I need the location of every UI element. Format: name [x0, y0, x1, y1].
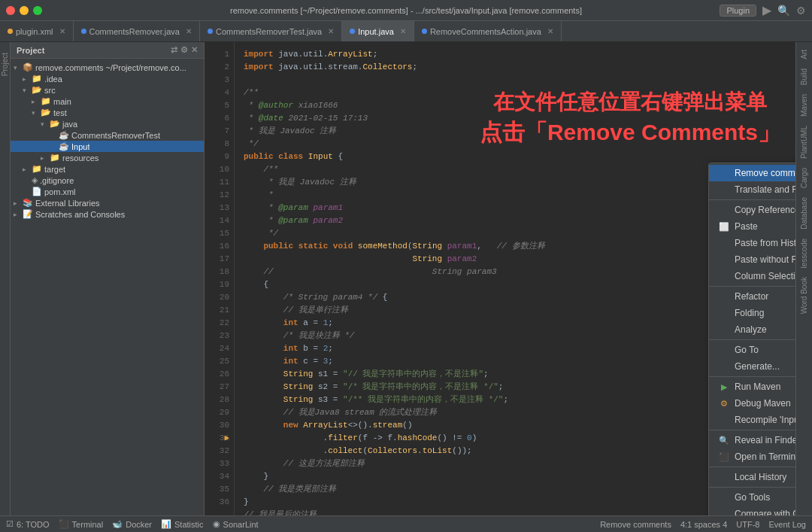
menu-item-analyze[interactable]: Analyze ▶	[709, 321, 795, 338]
sidebar-label-project[interactable]: Project	[0, 48, 10, 81]
tab-comments-remover[interactable]: CommentsRemover.java ✕	[74, 21, 200, 42]
menu-item-compare-clipboard[interactable]: Compare with Clipboard	[709, 506, 795, 515]
code-line-9: public class Input {	[244, 150, 786, 163]
tab-close-comments-remover[interactable]: ✕	[186, 27, 192, 35]
menu-item-column-mode[interactable]: Column Selection Mode ⇧⌘8	[709, 268, 795, 284]
settings-icon[interactable]: ⚙	[796, 5, 806, 17]
menu-item-paste-history-left: Paste from History...	[718, 238, 795, 248]
close-panel-icon[interactable]: ✕	[191, 45, 198, 55]
tree-item-input[interactable]: ☕ Input	[11, 141, 204, 152]
code-line-4: /**	[244, 87, 786, 99]
menu-divider-1	[709, 199, 795, 200]
line-num-36: 36	[205, 496, 229, 509]
menu-item-refactor[interactable]: Refactor ▶	[709, 288, 795, 305]
menu-item-reveal-finder[interactable]: 🔍 Reveal in Finder	[709, 432, 795, 448]
tree-item-extlibs[interactable]: ▸ 📚 External Libraries	[11, 197, 204, 208]
status-sonarlint[interactable]: ◉ SonarLint	[213, 519, 259, 529]
sync-icon[interactable]: ⇄	[171, 45, 177, 55]
sidebar-label-plantuml[interactable]: PlantUML	[799, 121, 809, 163]
search-icon[interactable]: 🔍	[777, 5, 790, 17]
tree-item-main[interactable]: ▸ 📁 main	[11, 96, 204, 107]
menu-item-paste[interactable]: ⬜ Paste ⌘V	[709, 218, 795, 235]
menu-item-folding-left: Folding	[718, 308, 764, 318]
tree-label-main: main	[53, 97, 71, 106]
code-line-3	[244, 74, 786, 87]
tree-item-gitignore[interactable]: ◈ .gitignore	[11, 175, 204, 186]
tab-plugin-xml[interactable]: plugin.xml ✕	[0, 21, 74, 42]
tree-item-src[interactable]: ▾ 📂 src	[11, 84, 204, 96]
code-line-8: */	[244, 138, 786, 150]
menu-item-copy-ref[interactable]: Copy Reference ⇧⌘C	[709, 202, 795, 218]
tree-item-scratches[interactable]: ▸ 📝 Scratches and Consoles	[11, 208, 204, 220]
event-log-label[interactable]: Event Log	[768, 520, 806, 529]
status-todo[interactable]: ☑ 6: TODO	[6, 519, 50, 529]
menu-divider-3	[709, 339, 795, 340]
tree-item-idea[interactable]: ▸ 📁 .idea	[11, 73, 204, 84]
tab-close-input[interactable]: ✕	[400, 27, 406, 35]
menu-item-goto[interactable]: Go To ▶	[709, 342, 795, 358]
line-num-23: 23	[205, 330, 229, 342]
menu-item-debug-maven[interactable]: ⚙ Debug Maven ▶	[709, 395, 795, 412]
menu-label-compare-clipboard: Compare with Clipboard	[735, 509, 795, 515]
line-num-13: 13	[205, 202, 229, 214]
menu-item-translate[interactable]: Translate and Replace... ^⌘O	[709, 181, 795, 198]
tree-label-java: java	[62, 120, 77, 129]
sonarlint-label: SonarLint	[223, 520, 259, 529]
menu-label-go-tools: Go Tools	[735, 492, 770, 503]
menu-item-paste-no-format[interactable]: Paste without Formatting ⌥⌘V	[709, 251, 795, 268]
menu-item-folding[interactable]: Folding ▶	[709, 305, 795, 321]
status-statistic[interactable]: 📊 Statistic	[161, 519, 204, 529]
code-line-30-marker: .filter(f -> f.hashCode() != 0)	[244, 432, 786, 445]
sidebar-label-wordbook[interactable]: Word Book	[799, 272, 809, 318]
tree-item-root[interactable]: ▾ 📦 remove.comments ~/Project/remove.co.…	[11, 62, 204, 73]
tree-item-test[interactable]: ▾ 📂 test	[11, 107, 204, 118]
tree-item-resources[interactable]: ▸ 📁 resources	[11, 152, 204, 163]
line-num-12: 12	[205, 189, 229, 202]
file-icon-commentsremovertest: ☕	[59, 130, 69, 140]
chart-icon: 📊	[161, 519, 171, 529]
close-button[interactable]	[6, 6, 15, 15]
window-title: remove.comments [~/Project/remove.commen…	[230, 6, 582, 15]
menu-item-generate[interactable]: Generate... ⌘N	[709, 358, 795, 375]
tab-close-plugin-xml[interactable]: ✕	[59, 27, 65, 35]
sidebar-label-cargo[interactable]: Cargo	[799, 163, 809, 193]
minimize-button[interactable]	[20, 6, 29, 15]
run-icon[interactable]: ▶	[762, 3, 771, 17]
tree-item-pomxml[interactable]: 📄 pom.xml	[11, 186, 204, 197]
tab-close-test[interactable]: ✕	[328, 27, 334, 35]
plugin-button[interactable]: Plugin	[720, 5, 756, 17]
status-docker[interactable]: 🐋 Docker	[112, 519, 152, 529]
sidebar-label-art[interactable]: Art	[799, 45, 809, 64]
tab-close-remove-action[interactable]: ✕	[547, 27, 553, 35]
menu-item-recompile[interactable]: Recompile 'Input.java' ⇧⌘F9	[709, 412, 795, 428]
line-num-26: 26	[205, 368, 229, 381]
maximize-button[interactable]	[33, 6, 42, 15]
sidebar-label-database[interactable]: Database	[799, 193, 809, 234]
menu-item-go-tools[interactable]: Go Tools ▶	[709, 489, 795, 506]
status-terminal[interactable]: ⬛ Terminal	[59, 519, 104, 529]
todo-label: 6: TODO	[17, 520, 50, 529]
tab-remove-action[interactable]: RemoveCommentsAction.java ✕	[414, 21, 562, 42]
tab-label-comments-remover: CommentsRemover.java	[89, 27, 180, 36]
tab-comments-remover-test[interactable]: CommentsRemoverTest.java ✕	[200, 21, 342, 42]
library-icon: 📚	[23, 198, 33, 208]
tree-item-target[interactable]: ▸ 📁 target	[11, 163, 204, 175]
gear-icon[interactable]: ⚙	[180, 45, 188, 55]
sidebar-label-lesscode[interactable]: lesscode	[799, 234, 809, 272]
tab-label-plugin-xml: plugin.xml	[16, 27, 53, 36]
tab-input[interactable]: Input.java ✕	[342, 21, 414, 42]
file-icon-pomxml: 📄	[32, 187, 42, 196]
sidebar-label-maven[interactable]: Maven	[799, 90, 809, 121]
tree-label-pomxml: pom.xml	[44, 187, 76, 196]
menu-item-paste-history[interactable]: Paste from History... ⇧⌘V	[709, 235, 795, 251]
menu-item-compare-clipboard-left: Compare with Clipboard	[718, 509, 795, 515]
code-line-6: * @date 2021-02-15 17:13	[244, 112, 786, 125]
menu-item-run-maven[interactable]: ▶ Run Maven ▶	[709, 378, 795, 395]
menu-item-local-history[interactable]: Local History ▶	[709, 469, 795, 485]
tree-item-commentsremovertest[interactable]: ☕ CommentsRemoverTest	[11, 129, 204, 141]
sidebar-label-build[interactable]: Build	[799, 64, 809, 90]
menu-label-translate: Translate and Replace...	[735, 184, 795, 195]
menu-item-open-terminal[interactable]: ⬛ Open in Terminal	[709, 448, 795, 465]
tree-item-java[interactable]: ▾ 📂 java	[11, 118, 204, 129]
menu-item-remove-comments[interactable]: Remove comments	[709, 165, 795, 181]
